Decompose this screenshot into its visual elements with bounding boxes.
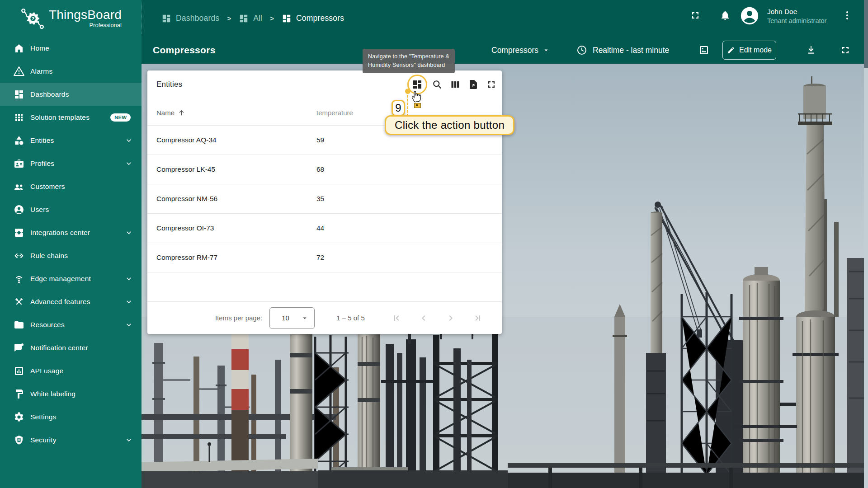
cell-name: Compressor RM-77 [156, 243, 217, 272]
state-selector[interactable]: Compressors [491, 37, 550, 64]
cell-temperature: 72 [316, 243, 324, 272]
kebab-menu-icon[interactable] [842, 10, 853, 21]
background-image-icon[interactable] [698, 45, 709, 56]
next-page-icon[interactable] [445, 313, 456, 324]
scrollbar-thumb[interactable] [864, 0, 868, 68]
edit-mode-button[interactable]: Edit mode [722, 41, 776, 60]
cursor-badge [414, 103, 421, 108]
column-header-temperature[interactable]: temperature [316, 100, 353, 125]
sidebar-item-integrations-center[interactable]: Integrations center [0, 221, 142, 244]
sidebar-item-solution-templates[interactable]: Solution templatesNEW [0, 106, 142, 129]
previous-page-icon[interactable] [418, 313, 429, 324]
chevron-down-icon [301, 314, 309, 322]
breadcrumb-item-compressors[interactable]: Compressors [282, 14, 344, 23]
dashboard-toolbar: Compressors Compressors Realtime - last … [142, 37, 868, 64]
antenna-icon [14, 273, 24, 284]
dashboard-title: Compressors [153, 37, 216, 64]
page-range-label: 1 – 5 of 5 [336, 314, 365, 322]
download-icon[interactable] [806, 45, 816, 56]
sidebar-item-label: Alarms [30, 67, 133, 75]
badge-icon [14, 158, 24, 169]
user-block[interactable]: John Doe Tenant administrator [767, 7, 826, 25]
sidebar-item-notification-center[interactable]: Notification center [0, 336, 142, 359]
sidebar-item-alarms[interactable]: Alarms [0, 60, 142, 83]
sort-asc-icon [178, 109, 185, 117]
sidebar-item-customers[interactable]: Customers [0, 175, 142, 198]
tour-callout: Click the action button [385, 115, 514, 135]
sidebar-item-dashboards[interactable]: Dashboards [0, 83, 142, 106]
table-body: Compressor AQ-3459Compressor LK-4568Comp… [147, 126, 502, 272]
breadcrumb-item-all[interactable]: All [239, 14, 262, 23]
home-icon [14, 43, 24, 54]
ethernet-icon [14, 250, 24, 261]
page-size-value: 10 [282, 314, 301, 322]
timewindow-clock-icon[interactable] [576, 45, 587, 56]
sidebar-item-settings[interactable]: Settings [0, 405, 142, 428]
cell-name: Compressor AQ-34 [156, 126, 217, 155]
sidebar-item-label: Entities [30, 136, 124, 145]
toolbar-fullscreen-icon[interactable] [840, 45, 851, 56]
shield-icon [14, 435, 24, 446]
gear-icon [14, 412, 24, 422]
integration-icon [14, 227, 24, 238]
sidebar-item-users[interactable]: Users [0, 198, 142, 221]
page-size-select[interactable]: 10 [269, 307, 315, 329]
sidebar-item-label: Dashboards [30, 90, 133, 99]
sidebar-item-label: Resources [30, 321, 124, 329]
columns-icon[interactable] [450, 79, 461, 90]
sidebar-item-rule-chains[interactable]: Rule chains [0, 244, 142, 267]
brand-edition: Professional [49, 22, 122, 28]
first-page-icon[interactable] [391, 313, 402, 324]
fullscreen-icon[interactable] [690, 10, 701, 21]
widget-fullscreen-icon[interactable] [486, 79, 497, 90]
cell-name: Compressor OI-73 [156, 214, 214, 243]
dashboard-icon [161, 14, 171, 23]
account-icon [14, 204, 24, 215]
timewindow-label[interactable]: Realtime - last minute [593, 37, 669, 64]
notification-icon [14, 343, 24, 353]
thingsboard-app: ThingsBoard Professional HomeAlarmsDashb… [0, 0, 868, 488]
chevron-down-icon [124, 320, 133, 329]
apps-icon [14, 112, 24, 123]
table-row[interactable]: Compressor LK-4568 [147, 155, 502, 184]
table-row[interactable]: Compressor NM-5635 [147, 184, 502, 214]
avatar[interactable] [739, 5, 760, 26]
top-bar: Dashboards>All>Compressors John Doe Tena… [142, 0, 868, 37]
table-row[interactable]: Compressor OI-7344 [147, 214, 502, 243]
cell-temperature: 68 [316, 155, 324, 184]
chevron-down-icon [124, 436, 133, 445]
api-icon [14, 366, 24, 376]
sidebar-item-label: Home [30, 44, 133, 52]
export-icon[interactable] [468, 79, 479, 90]
sidebar-item-security[interactable]: Security [0, 428, 142, 451]
user-name: John Doe [767, 7, 826, 16]
sidebar-item-label: Settings [30, 413, 133, 421]
sidebar-item-home[interactable]: Home [0, 37, 142, 60]
sidebar-item-resources[interactable]: Resources [0, 313, 142, 336]
notifications-bell-icon[interactable] [720, 10, 731, 21]
sidebar-item-label: API usage [30, 367, 133, 375]
sidebar-item-label: Rule chains [30, 252, 133, 260]
user-role: Tenant administrator [767, 16, 826, 25]
sidebar-item-entities[interactable]: Entities [0, 129, 142, 152]
app-logo[interactable]: ThingsBoard Professional [0, 0, 142, 37]
sidebar-item-white-labeling[interactable]: White labeling [0, 382, 142, 405]
edit-mode-label: Edit mode [739, 46, 772, 54]
search-icon[interactable] [432, 79, 443, 90]
folder-icon [14, 319, 24, 330]
state-selector-label: Compressors [491, 46, 538, 55]
breadcrumb-item-dashboards[interactable]: Dashboards [161, 14, 219, 23]
breadcrumb-separator: > [270, 14, 274, 22]
chevron-down-icon [124, 274, 133, 283]
sidebar-item-edge-management[interactable]: Edge management [0, 267, 142, 290]
sidebar-item-api-usage[interactable]: API usage [0, 359, 142, 382]
breadcrumb-label: All [253, 14, 262, 23]
sidebar-item-label: White labeling [30, 390, 133, 398]
last-page-icon[interactable] [472, 313, 483, 324]
sidebar-item-profiles[interactable]: Profiles [0, 152, 142, 175]
table-row[interactable]: Compressor RM-7772 [147, 243, 502, 272]
breadcrumb-label: Compressors [296, 14, 344, 23]
column-header-name[interactable]: Name [156, 100, 185, 125]
cell-name: Compressor NM-56 [156, 184, 217, 213]
sidebar-item-advanced-features[interactable]: Advanced features [0, 290, 142, 313]
